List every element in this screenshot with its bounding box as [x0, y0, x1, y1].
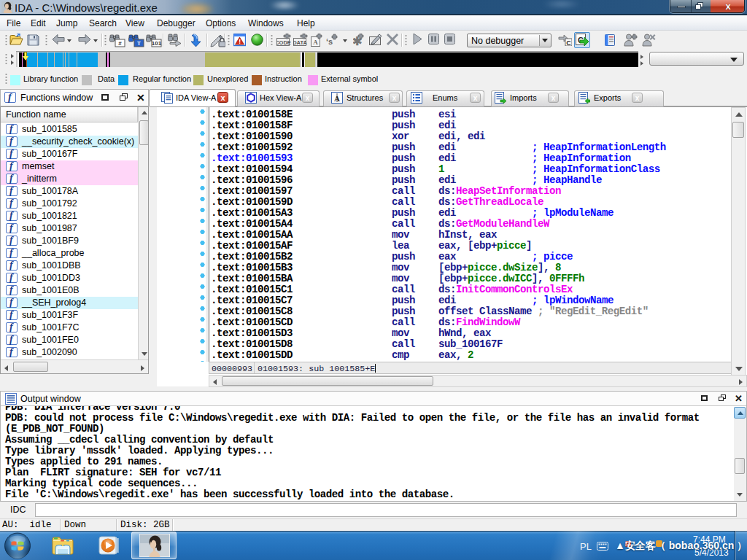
svg-text:‘s: ‘s [326, 37, 333, 46]
svg-text:C: C [566, 39, 571, 47]
svg-text:A: A [313, 39, 318, 46]
svg-text:101: 101 [152, 40, 162, 47]
svg-text:CODE: CODE [276, 39, 291, 46]
svg-text:#: # [118, 40, 122, 47]
svg-text:DATA: DATA [293, 39, 307, 46]
svg-text:T: T [137, 40, 141, 47]
